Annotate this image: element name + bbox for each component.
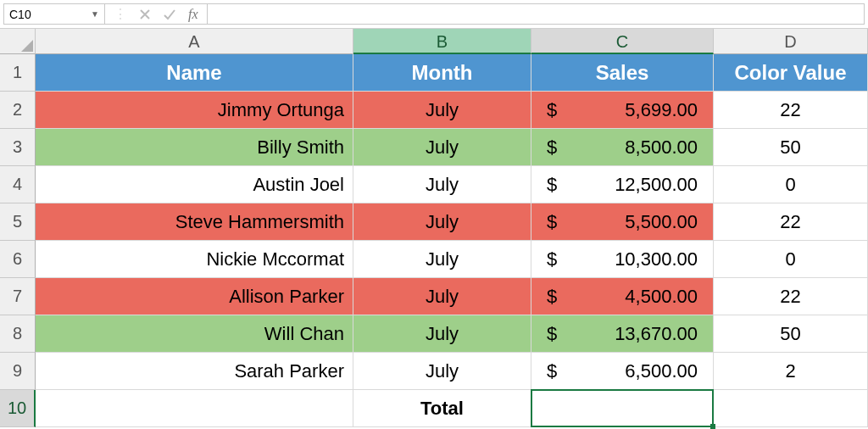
col-head-a[interactable]: A bbox=[36, 29, 353, 54]
header-sales[interactable]: Sales bbox=[531, 54, 714, 92]
cell-month[interactable]: July bbox=[353, 278, 531, 315]
row-head[interactable]: 8 bbox=[0, 315, 36, 353]
name-box-value: C10 bbox=[9, 8, 31, 21]
cell-name[interactable]: Nickie Mccormat bbox=[36, 241, 353, 278]
cell-name[interactable]: Austin Joel bbox=[36, 166, 353, 203]
col-head-c[interactable]: C bbox=[531, 29, 714, 54]
cell-sales[interactable]: $13,670.00 bbox=[531, 315, 714, 353]
cell-month[interactable]: July bbox=[353, 129, 531, 166]
cell-colorv[interactable]: 0 bbox=[714, 166, 868, 203]
select-all-corner[interactable] bbox=[0, 29, 36, 54]
formula-input[interactable] bbox=[208, 3, 865, 25]
chevron-down-icon[interactable]: ▼ bbox=[91, 9, 99, 19]
cell-month[interactable]: July bbox=[353, 315, 531, 353]
row-head[interactable]: 2 bbox=[0, 92, 36, 129]
cell-colorv[interactable]: 0 bbox=[714, 241, 868, 278]
cell-name[interactable]: Will Chan bbox=[36, 315, 353, 353]
header-colorv[interactable]: Color Value bbox=[714, 54, 868, 92]
cell-sales[interactable]: $12,500.00 bbox=[531, 166, 714, 203]
cell-name[interactable]: Sarah Parker bbox=[36, 353, 353, 390]
cell-sales[interactable]: $6,500.00 bbox=[531, 353, 714, 390]
col-head-d[interactable]: D bbox=[714, 29, 868, 54]
cell-name[interactable]: Steve Hammersmith bbox=[36, 203, 353, 241]
row-head[interactable]: 4 bbox=[0, 166, 36, 203]
fx-icon[interactable]: fx bbox=[188, 7, 198, 22]
enter-icon[interactable] bbox=[163, 8, 176, 20]
row-head[interactable]: 5 bbox=[0, 203, 36, 241]
formula-tools: ⋮ fx bbox=[105, 3, 208, 25]
cell-total-sales[interactable] bbox=[531, 390, 714, 427]
row-head[interactable]: 10 bbox=[0, 390, 36, 427]
cell-sales[interactable]: $5,699.00 bbox=[531, 92, 714, 129]
cell-colorv[interactable]: 22 bbox=[714, 92, 868, 129]
header-month[interactable]: Month bbox=[353, 54, 531, 92]
cell-colorv[interactable]: 22 bbox=[714, 278, 868, 315]
spreadsheet-grid[interactable]: A B C D 1 Name Month Sales Color Value 2… bbox=[0, 29, 868, 427]
cell-colorv[interactable]: 50 bbox=[714, 315, 868, 353]
cancel-icon[interactable] bbox=[139, 8, 151, 20]
cell-total-cv[interactable] bbox=[714, 390, 868, 427]
header-name[interactable]: Name bbox=[36, 54, 353, 92]
cell-sales[interactable]: $4,500.00 bbox=[531, 278, 714, 315]
separator-icon: ⋮ bbox=[114, 6, 127, 22]
cell-month[interactable]: July bbox=[353, 203, 531, 241]
row-head[interactable]: 7 bbox=[0, 278, 36, 315]
cell-sales[interactable]: $5,500.00 bbox=[531, 203, 714, 241]
row-head[interactable]: 1 bbox=[0, 54, 36, 92]
cell-name[interactable]: Billy Smith bbox=[36, 129, 353, 166]
formula-bar: C10 ▼ ⋮ fx bbox=[0, 0, 868, 29]
cell-month[interactable]: July bbox=[353, 92, 531, 129]
cell-total-label[interactable]: Total bbox=[353, 390, 531, 427]
cell-colorv[interactable]: 2 bbox=[714, 353, 868, 390]
cell-sales[interactable]: $8,500.00 bbox=[531, 129, 714, 166]
cell-colorv[interactable]: 22 bbox=[714, 203, 868, 241]
cell-sales[interactable]: $10,300.00 bbox=[531, 241, 714, 278]
cell-name[interactable]: Allison Parker bbox=[36, 278, 353, 315]
cell-month[interactable]: July bbox=[353, 353, 531, 390]
cell-name[interactable]: Jimmy Ortunga bbox=[36, 92, 353, 129]
name-box[interactable]: C10 ▼ bbox=[3, 3, 105, 25]
cell-empty[interactable] bbox=[36, 390, 353, 427]
cell-month[interactable]: July bbox=[353, 166, 531, 203]
row-head[interactable]: 3 bbox=[0, 129, 36, 166]
row-head[interactable]: 9 bbox=[0, 353, 36, 390]
row-head[interactable]: 6 bbox=[0, 241, 36, 278]
col-head-b[interactable]: B bbox=[353, 29, 531, 54]
cell-colorv[interactable]: 50 bbox=[714, 129, 868, 166]
cell-month[interactable]: July bbox=[353, 241, 531, 278]
